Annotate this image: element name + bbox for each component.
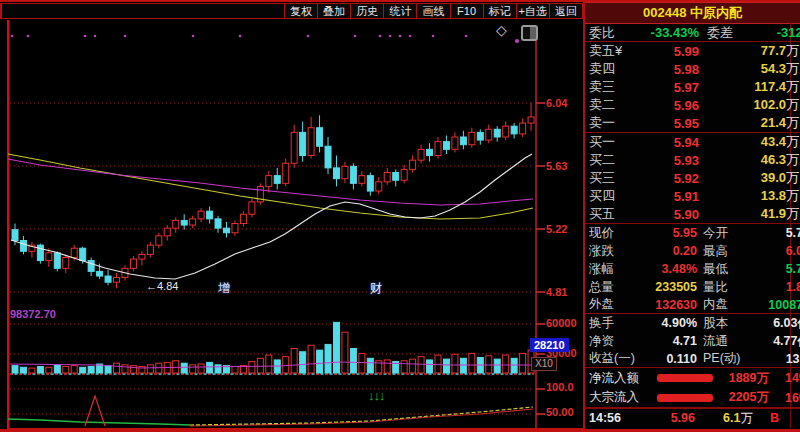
menu-item-+自选[interactable]: +自选 bbox=[517, 3, 550, 19]
stat-row: 现价5.95今开5.75 bbox=[585, 224, 800, 242]
bid-price: 5.93 bbox=[633, 153, 699, 168]
toolbar-spacer bbox=[0, 3, 285, 19]
flow-percent: 16% bbox=[769, 391, 800, 405]
bid-price: 5.92 bbox=[633, 171, 699, 186]
stat-label: 最低 bbox=[697, 261, 749, 278]
bid-row[interactable]: 买四5.9113.8万 bbox=[585, 187, 800, 205]
flow-value: 2205万 bbox=[713, 389, 769, 406]
stat-row: 换手4.90%股本6.03亿 bbox=[585, 314, 800, 332]
bid-label: 买三 bbox=[589, 169, 633, 187]
flow-value: 1889万 bbox=[713, 370, 769, 387]
diamond-marker-icon[interactable]: ◇ bbox=[496, 23, 507, 37]
bid-amount: 46.3万 bbox=[699, 151, 800, 169]
bid-row[interactable]: 买三5.9239.0万 bbox=[585, 169, 800, 187]
stat-value: 0.110 bbox=[635, 352, 697, 366]
menu-item-统计[interactable]: 统计 bbox=[384, 3, 417, 19]
menu-item-叠加[interactable]: 叠加 bbox=[318, 3, 351, 19]
price-axis-label: 5.22 bbox=[546, 223, 586, 235]
stat-value: 5.70 bbox=[749, 262, 800, 276]
stat-label: 净资 bbox=[589, 333, 635, 350]
bid-price: 5.90 bbox=[633, 207, 699, 222]
stat-row: 总量233505量比1.81 bbox=[585, 278, 800, 296]
bid-amount: 13.8万 bbox=[699, 187, 800, 205]
bid-label: 买一 bbox=[589, 133, 633, 151]
menu-item-画线[interactable]: 画线 bbox=[417, 3, 450, 19]
sell-signal-arrows: ↓↓↓ bbox=[368, 388, 385, 403]
stat-row: 收益(一)0.110PE(动)13.6 bbox=[585, 350, 800, 368]
stat-label: 流通 bbox=[697, 333, 749, 350]
ask-amount: 21.4万 bbox=[699, 114, 800, 132]
stat-value: 4.90% bbox=[635, 316, 697, 330]
ask-label: 卖四 bbox=[589, 60, 633, 78]
stat-row: 涨跌0.20最高6.03 bbox=[585, 242, 800, 260]
toolbar: 复权叠加历史统计画线F10标记+自选返回 bbox=[0, 2, 583, 21]
stat-value: 132630 bbox=[635, 298, 697, 312]
tick-side-buy: B bbox=[753, 411, 779, 425]
stat-value: 6.03 bbox=[749, 244, 800, 258]
bid-row[interactable]: 买一5.9443.4万 bbox=[585, 133, 800, 151]
candlestick-chart[interactable] bbox=[0, 20, 583, 432]
quote-panel: 002448 中原内配 委比 -33.43% 委差 -3128 卖五¥5.997… bbox=[583, 2, 800, 432]
weicha-label: 委差 bbox=[699, 24, 747, 42]
chart-area[interactable]: ◇ 6.04 5.63 5.22 4.81 ←4.84 增 财 98372.70… bbox=[0, 20, 583, 432]
stats-section: 现价5.95今开5.75涨跌0.20最高6.03涨幅3.48%最低5.70总量2… bbox=[585, 224, 800, 368]
ask-row[interactable]: 卖五¥5.9977.7万 bbox=[585, 42, 800, 60]
ask-label: 卖二 bbox=[589, 96, 633, 114]
price-axis-label: 5.63 bbox=[546, 160, 586, 172]
stat-value: 100875 bbox=[749, 298, 800, 312]
price-axis-label: 6.04 bbox=[546, 97, 586, 109]
bid-price: 5.94 bbox=[633, 135, 699, 150]
stat-label: 量比 bbox=[697, 279, 749, 296]
stat-value: 6.03亿 bbox=[749, 315, 800, 332]
stock-name: 中原内配 bbox=[690, 5, 742, 20]
stat-label: 今开 bbox=[697, 225, 749, 242]
bid-row[interactable]: 买二5.9346.3万 bbox=[585, 151, 800, 169]
sub-axis-label: 50.00 bbox=[546, 406, 586, 418]
bid-label: 买二 bbox=[589, 151, 633, 169]
bid-amount: 41.9万 bbox=[699, 205, 800, 223]
menu-item-F10[interactable]: F10 bbox=[451, 3, 484, 19]
flow-percent: 14% bbox=[769, 371, 800, 385]
stat-row: 净资4.71流通4.77亿 bbox=[585, 332, 800, 350]
ask-levels: 卖五¥5.9977.7万卖四5.9854.3万卖三5.97117.4万卖二5.9… bbox=[585, 42, 800, 132]
flow-bar bbox=[657, 374, 713, 382]
money-flow-section: 净流入额1889万14%大宗流入2205万16% bbox=[585, 368, 800, 408]
ask-price: 5.99 bbox=[633, 44, 699, 59]
ask-row[interactable]: 卖一5.9521.4万 bbox=[585, 114, 800, 132]
stat-label: 总量 bbox=[589, 279, 635, 296]
stat-value: 233505 bbox=[635, 280, 697, 294]
sub-axis-label: 100.0 bbox=[546, 381, 586, 393]
ask-row[interactable]: 卖四5.9854.3万 bbox=[585, 60, 800, 78]
stat-value: 5.75 bbox=[749, 226, 800, 240]
tick-volume: 6.1万 bbox=[695, 410, 753, 427]
ask-amount: 77.7万 bbox=[699, 42, 800, 60]
ask-row[interactable]: 卖三5.97117.4万 bbox=[585, 78, 800, 96]
menu-item-标记[interactable]: 标记 bbox=[484, 3, 517, 19]
bid-label: 买五 bbox=[589, 205, 633, 223]
ask-row[interactable]: 卖二5.96102.0万 bbox=[585, 96, 800, 114]
stat-value: 0.20 bbox=[635, 244, 697, 258]
bid-row[interactable]: 买五5.9041.9万 bbox=[585, 205, 800, 223]
ask-label: 卖五¥ bbox=[589, 42, 633, 60]
volume-axis-label: 60000 bbox=[546, 317, 586, 329]
stat-label: 涨跌 bbox=[589, 243, 635, 260]
flow-label: 大宗流入 bbox=[589, 389, 657, 406]
menu-item-返回[interactable]: 返回 bbox=[550, 3, 583, 19]
stat-label: PE(动) bbox=[697, 350, 749, 367]
menu-item-历史[interactable]: 历史 bbox=[351, 3, 384, 19]
stat-label: 最高 bbox=[697, 243, 749, 260]
menu-item-复权[interactable]: 复权 bbox=[285, 3, 318, 19]
ask-amount: 54.3万 bbox=[699, 60, 800, 78]
toolbar-menu: 复权叠加历史统计画线F10标记+自选返回 bbox=[285, 3, 583, 21]
weibi-row: 委比 -33.43% 委差 -3128 bbox=[585, 24, 800, 42]
ask-amount: 117.4万 bbox=[699, 78, 800, 96]
price-axis-label: 4.81 bbox=[546, 286, 586, 298]
ask-label: 卖一 bbox=[589, 114, 633, 132]
stat-value: 4.71 bbox=[635, 334, 697, 348]
weibi-value: -33.43% bbox=[633, 25, 699, 40]
stat-label: 现价 bbox=[589, 225, 635, 242]
weibi-label: 委比 bbox=[589, 24, 633, 42]
ask-amount: 102.0万 bbox=[699, 96, 800, 114]
panel-toggle-icon[interactable] bbox=[521, 25, 538, 41]
bid-amount: 43.4万 bbox=[699, 133, 800, 151]
